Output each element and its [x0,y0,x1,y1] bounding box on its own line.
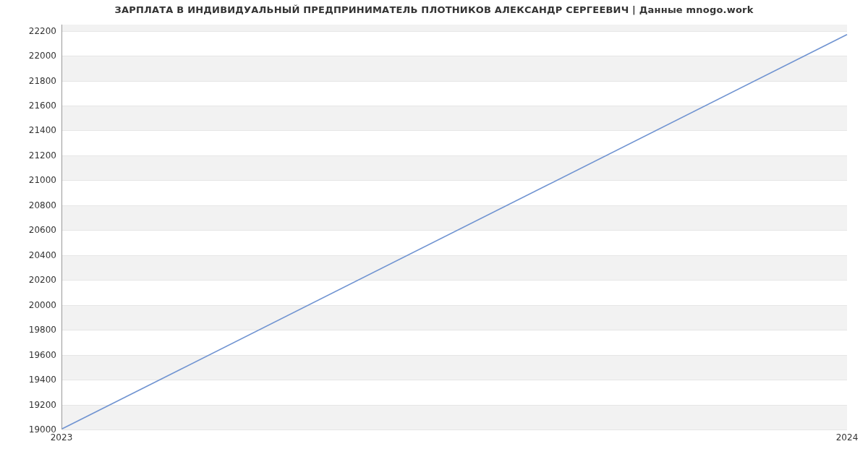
y-tick-label: 19200 [29,400,56,410]
y-tick-label: 22200 [29,26,56,36]
y-tick-label: 21200 [29,150,56,161]
x-tick-label: 2023 [51,432,73,443]
y-tick-label: 19400 [29,375,56,385]
y-tick-label: 21600 [29,101,56,111]
y-tick-label: 22000 [29,51,56,61]
series-line [62,35,847,429]
plot-area [61,25,847,430]
y-tick-label: 20600 [29,225,56,235]
y-tick-label: 20400 [29,250,56,260]
y-tick-label: 20000 [29,300,56,310]
y-tick-label: 21000 [29,175,56,185]
y-tick-label: 19800 [29,325,56,335]
salary-line-chart: ЗАРПЛАТА В ИНДИВИДУАЛЬНЫЙ ПРЕДПРИНИМАТЕЛ… [0,0,868,470]
y-tick-label: 19600 [29,350,56,360]
y-tick-label: 21800 [29,76,56,86]
y-gridline [62,430,847,430]
data-line-layer [62,25,847,429]
y-tick-label: 20200 [29,275,56,285]
y-tick-label: 21400 [29,125,56,135]
chart-title: ЗАРПЛАТА В ИНДИВИДУАЛЬНЫЙ ПРЕДПРИНИМАТЕЛ… [0,4,868,15]
y-tick-label: 20800 [29,200,56,210]
x-tick-label: 2024 [836,432,859,443]
